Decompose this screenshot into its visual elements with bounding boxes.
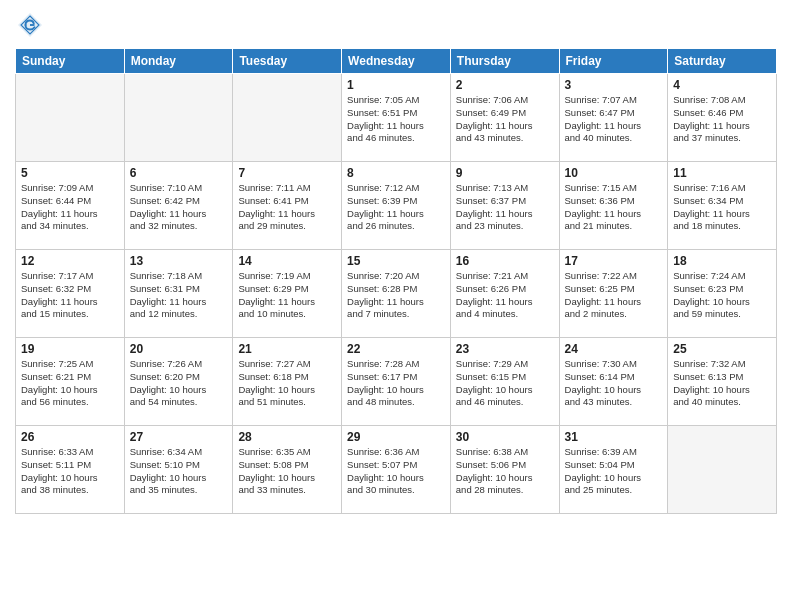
calendar-cell: 2Sunrise: 7:06 AM Sunset: 6:49 PM Daylig…	[450, 74, 559, 162]
day-number: 17	[565, 254, 663, 268]
day-number: 7	[238, 166, 336, 180]
day-number: 13	[130, 254, 228, 268]
day-number: 4	[673, 78, 771, 92]
day-info: Sunrise: 6:35 AM Sunset: 5:08 PM Dayligh…	[238, 446, 336, 497]
week-row-2: 5Sunrise: 7:09 AM Sunset: 6:44 PM Daylig…	[16, 162, 777, 250]
day-number: 10	[565, 166, 663, 180]
day-info: Sunrise: 7:20 AM Sunset: 6:28 PM Dayligh…	[347, 270, 445, 321]
calendar-table: SundayMondayTuesdayWednesdayThursdayFrid…	[15, 48, 777, 514]
logo	[15, 10, 49, 40]
calendar-cell	[668, 426, 777, 514]
weekday-header-saturday: Saturday	[668, 49, 777, 74]
calendar-cell: 9Sunrise: 7:13 AM Sunset: 6:37 PM Daylig…	[450, 162, 559, 250]
day-info: Sunrise: 7:30 AM Sunset: 6:14 PM Dayligh…	[565, 358, 663, 409]
header	[15, 10, 777, 40]
day-number: 18	[673, 254, 771, 268]
day-number: 9	[456, 166, 554, 180]
calendar-cell	[124, 74, 233, 162]
calendar-cell: 5Sunrise: 7:09 AM Sunset: 6:44 PM Daylig…	[16, 162, 125, 250]
day-info: Sunrise: 7:24 AM Sunset: 6:23 PM Dayligh…	[673, 270, 771, 321]
calendar-cell: 30Sunrise: 6:38 AM Sunset: 5:06 PM Dayli…	[450, 426, 559, 514]
day-info: Sunrise: 7:08 AM Sunset: 6:46 PM Dayligh…	[673, 94, 771, 145]
calendar-cell	[16, 74, 125, 162]
day-info: Sunrise: 7:19 AM Sunset: 6:29 PM Dayligh…	[238, 270, 336, 321]
day-number: 30	[456, 430, 554, 444]
week-row-5: 26Sunrise: 6:33 AM Sunset: 5:11 PM Dayli…	[16, 426, 777, 514]
calendar-cell: 31Sunrise: 6:39 AM Sunset: 5:04 PM Dayli…	[559, 426, 668, 514]
weekday-header-wednesday: Wednesday	[342, 49, 451, 74]
week-row-3: 12Sunrise: 7:17 AM Sunset: 6:32 PM Dayli…	[16, 250, 777, 338]
weekday-header-row: SundayMondayTuesdayWednesdayThursdayFrid…	[16, 49, 777, 74]
calendar-cell: 12Sunrise: 7:17 AM Sunset: 6:32 PM Dayli…	[16, 250, 125, 338]
calendar-cell: 4Sunrise: 7:08 AM Sunset: 6:46 PM Daylig…	[668, 74, 777, 162]
day-info: Sunrise: 7:25 AM Sunset: 6:21 PM Dayligh…	[21, 358, 119, 409]
day-number: 24	[565, 342, 663, 356]
calendar-cell: 29Sunrise: 6:36 AM Sunset: 5:07 PM Dayli…	[342, 426, 451, 514]
calendar-cell: 14Sunrise: 7:19 AM Sunset: 6:29 PM Dayli…	[233, 250, 342, 338]
day-number: 14	[238, 254, 336, 268]
day-number: 31	[565, 430, 663, 444]
calendar-cell: 6Sunrise: 7:10 AM Sunset: 6:42 PM Daylig…	[124, 162, 233, 250]
calendar-cell	[233, 74, 342, 162]
day-info: Sunrise: 7:22 AM Sunset: 6:25 PM Dayligh…	[565, 270, 663, 321]
calendar-cell: 27Sunrise: 6:34 AM Sunset: 5:10 PM Dayli…	[124, 426, 233, 514]
day-info: Sunrise: 7:06 AM Sunset: 6:49 PM Dayligh…	[456, 94, 554, 145]
week-row-4: 19Sunrise: 7:25 AM Sunset: 6:21 PM Dayli…	[16, 338, 777, 426]
day-number: 27	[130, 430, 228, 444]
weekday-header-sunday: Sunday	[16, 49, 125, 74]
day-info: Sunrise: 7:26 AM Sunset: 6:20 PM Dayligh…	[130, 358, 228, 409]
weekday-header-thursday: Thursday	[450, 49, 559, 74]
day-info: Sunrise: 7:27 AM Sunset: 6:18 PM Dayligh…	[238, 358, 336, 409]
day-info: Sunrise: 7:17 AM Sunset: 6:32 PM Dayligh…	[21, 270, 119, 321]
calendar-cell: 25Sunrise: 7:32 AM Sunset: 6:13 PM Dayli…	[668, 338, 777, 426]
day-info: Sunrise: 7:10 AM Sunset: 6:42 PM Dayligh…	[130, 182, 228, 233]
calendar-cell: 11Sunrise: 7:16 AM Sunset: 6:34 PM Dayli…	[668, 162, 777, 250]
week-row-1: 1Sunrise: 7:05 AM Sunset: 6:51 PM Daylig…	[16, 74, 777, 162]
calendar-cell: 16Sunrise: 7:21 AM Sunset: 6:26 PM Dayli…	[450, 250, 559, 338]
weekday-header-monday: Monday	[124, 49, 233, 74]
day-info: Sunrise: 7:15 AM Sunset: 6:36 PM Dayligh…	[565, 182, 663, 233]
day-number: 16	[456, 254, 554, 268]
calendar-cell: 28Sunrise: 6:35 AM Sunset: 5:08 PM Dayli…	[233, 426, 342, 514]
day-info: Sunrise: 7:07 AM Sunset: 6:47 PM Dayligh…	[565, 94, 663, 145]
calendar-cell: 3Sunrise: 7:07 AM Sunset: 6:47 PM Daylig…	[559, 74, 668, 162]
calendar-cell: 10Sunrise: 7:15 AM Sunset: 6:36 PM Dayli…	[559, 162, 668, 250]
calendar-cell: 23Sunrise: 7:29 AM Sunset: 6:15 PM Dayli…	[450, 338, 559, 426]
weekday-header-tuesday: Tuesday	[233, 49, 342, 74]
day-info: Sunrise: 7:32 AM Sunset: 6:13 PM Dayligh…	[673, 358, 771, 409]
day-number: 11	[673, 166, 771, 180]
calendar-cell: 22Sunrise: 7:28 AM Sunset: 6:17 PM Dayli…	[342, 338, 451, 426]
day-number: 23	[456, 342, 554, 356]
day-info: Sunrise: 7:05 AM Sunset: 6:51 PM Dayligh…	[347, 94, 445, 145]
calendar-cell: 18Sunrise: 7:24 AM Sunset: 6:23 PM Dayli…	[668, 250, 777, 338]
day-info: Sunrise: 7:09 AM Sunset: 6:44 PM Dayligh…	[21, 182, 119, 233]
weekday-header-friday: Friday	[559, 49, 668, 74]
day-number: 6	[130, 166, 228, 180]
day-info: Sunrise: 7:11 AM Sunset: 6:41 PM Dayligh…	[238, 182, 336, 233]
calendar-cell: 20Sunrise: 7:26 AM Sunset: 6:20 PM Dayli…	[124, 338, 233, 426]
day-info: Sunrise: 7:12 AM Sunset: 6:39 PM Dayligh…	[347, 182, 445, 233]
day-number: 2	[456, 78, 554, 92]
day-number: 5	[21, 166, 119, 180]
day-number: 15	[347, 254, 445, 268]
day-number: 20	[130, 342, 228, 356]
day-number: 21	[238, 342, 336, 356]
day-number: 12	[21, 254, 119, 268]
day-number: 29	[347, 430, 445, 444]
calendar-cell: 21Sunrise: 7:27 AM Sunset: 6:18 PM Dayli…	[233, 338, 342, 426]
calendar-cell: 7Sunrise: 7:11 AM Sunset: 6:41 PM Daylig…	[233, 162, 342, 250]
day-number: 26	[21, 430, 119, 444]
calendar-cell: 19Sunrise: 7:25 AM Sunset: 6:21 PM Dayli…	[16, 338, 125, 426]
day-number: 25	[673, 342, 771, 356]
day-info: Sunrise: 6:34 AM Sunset: 5:10 PM Dayligh…	[130, 446, 228, 497]
day-info: Sunrise: 6:38 AM Sunset: 5:06 PM Dayligh…	[456, 446, 554, 497]
day-number: 22	[347, 342, 445, 356]
calendar-cell: 17Sunrise: 7:22 AM Sunset: 6:25 PM Dayli…	[559, 250, 668, 338]
calendar-cell: 26Sunrise: 6:33 AM Sunset: 5:11 PM Dayli…	[16, 426, 125, 514]
day-info: Sunrise: 7:18 AM Sunset: 6:31 PM Dayligh…	[130, 270, 228, 321]
day-info: Sunrise: 6:39 AM Sunset: 5:04 PM Dayligh…	[565, 446, 663, 497]
calendar-cell: 8Sunrise: 7:12 AM Sunset: 6:39 PM Daylig…	[342, 162, 451, 250]
day-info: Sunrise: 7:29 AM Sunset: 6:15 PM Dayligh…	[456, 358, 554, 409]
day-number: 3	[565, 78, 663, 92]
day-number: 28	[238, 430, 336, 444]
